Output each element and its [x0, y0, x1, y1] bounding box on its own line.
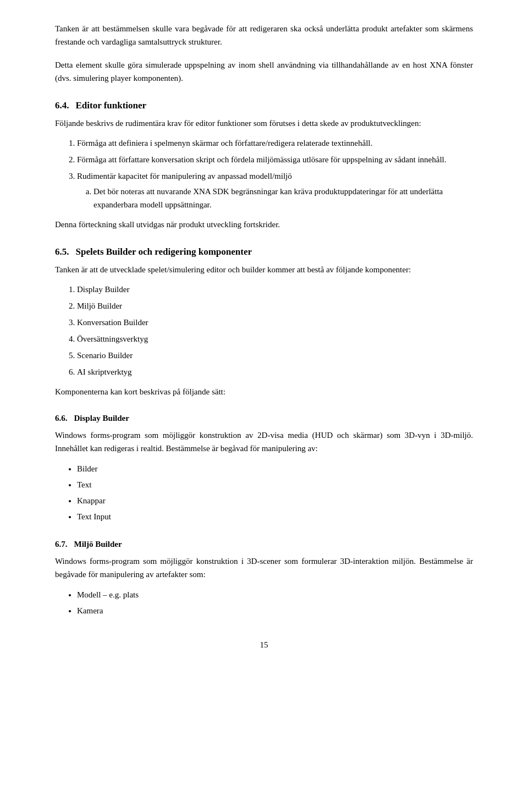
- sub-list: Det bör noteras att nuvarande XNA SDK be…: [94, 185, 473, 211]
- list-item: Text: [77, 478, 473, 492]
- section-6-5-closing: Komponenterna kan kort beskrivas på följ…: [55, 385, 473, 398]
- list-item: Rudimentär kapacitet för manipulering av…: [77, 169, 473, 211]
- list-item: AI skriptverktyg: [77, 365, 473, 378]
- section-6-5-list: Display Builder Miljö Builder Konversati…: [77, 283, 473, 378]
- section-6-7-title: Miljö Builder: [74, 540, 122, 549]
- section-6-6-heading: 6.6. Display Builder: [55, 414, 473, 423]
- list-item: Förmåga att definiera i spelmenyn skärma…: [77, 136, 473, 150]
- list-item: Modell – e.g. plats: [77, 588, 473, 602]
- list-item: Scenario Builder: [77, 349, 473, 362]
- section-6-7-number: 6.7.: [55, 540, 68, 549]
- section-6-4-number: 6.4.: [55, 100, 69, 111]
- intro-paragraph-1: Tanken är att bestämmelsen skulle vara b…: [55, 22, 473, 48]
- section-6-7-list: Modell – e.g. plats Kamera: [77, 588, 473, 618]
- list-item: Kamera: [77, 603, 473, 618]
- list-item: Konversation Builder: [77, 316, 473, 329]
- list-item: Display Builder: [77, 283, 473, 296]
- section-6-6-intro: Windows forms-program som möjliggör kons…: [55, 429, 473, 455]
- section-6-6-title: Display Builder: [74, 414, 129, 423]
- section-6-5-title: Spelets Builder och redigering komponent…: [76, 246, 252, 257]
- section-6-7-heading: 6.7. Miljö Builder: [55, 540, 473, 549]
- section-6-7-intro: Windows forms-program som möjliggör kons…: [55, 555, 473, 581]
- section-6-6-list: Bilder Text Knappar Text Input: [77, 462, 473, 524]
- section-6-5-intro: Tanken är att de utvecklade spelet/simul…: [55, 263, 473, 276]
- list-item: Bilder: [77, 462, 473, 476]
- section-6-6-number: 6.6.: [55, 414, 68, 423]
- page-number: 15: [55, 640, 473, 650]
- section-6-5-heading: 6.5. Spelets Builder och redigering komp…: [55, 246, 473, 257]
- page: Tanken är att bestämmelsen skulle vara b…: [0, 0, 528, 812]
- list-item: Översättningsverktyg: [77, 332, 473, 345]
- section-6-4-heading: 6.4. Editor funktioner: [55, 100, 473, 111]
- list-item: Förmåga att författare konversation skri…: [77, 153, 473, 166]
- section-6-5-number: 6.5.: [55, 246, 69, 257]
- section-6-4-intro: Följande beskrivs de rudimentära krav fö…: [55, 117, 473, 130]
- section-6-4-closing: Denna förteckning skall utvidgas när pro…: [55, 218, 473, 231]
- list-item: Miljö Builder: [77, 299, 473, 312]
- list-item: Knappar: [77, 493, 473, 508]
- list-item: Det bör noteras att nuvarande XNA SDK be…: [94, 185, 473, 211]
- list-item: Text Input: [77, 509, 473, 524]
- section-6-4-list: Förmåga att definiera i spelmenyn skärma…: [77, 136, 473, 211]
- intro-paragraph-2: Detta element skulle göra simulerade upp…: [55, 58, 473, 85]
- section-6-4-title: Editor funktioner: [76, 100, 147, 111]
